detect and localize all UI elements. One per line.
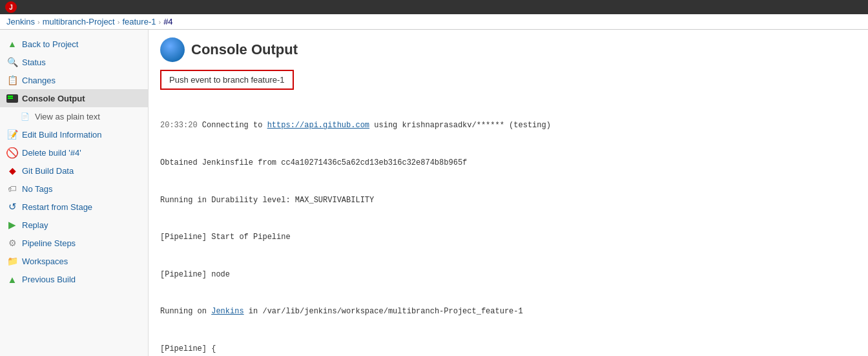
sidebar-label-replay: Replay bbox=[22, 220, 48, 230]
log-line-1: 20:33:20 Connecting to https://api.githu… bbox=[160, 120, 856, 132]
log-line-4: [Pipeline] Start of Pipeline bbox=[160, 231, 856, 244]
breadcrumb-multibranch[interactable]: multibranch-Project bbox=[43, 17, 115, 26]
topbar: J bbox=[0, 0, 868, 14]
sidebar-item-previous-build[interactable]: ▲ Previous Build bbox=[0, 270, 148, 288]
breadcrumb-sep-2: › bbox=[118, 18, 120, 26]
sidebar-label-previous: Previous Build bbox=[22, 275, 76, 284]
git-icon: ◆ bbox=[6, 165, 18, 176]
sidebar: ▲ Back to Project 🔍 Status 📋 Changes Con… bbox=[0, 30, 149, 356]
sidebar-item-edit-build[interactable]: 📝 Edit Build Information bbox=[0, 125, 148, 143]
log-line-7: [Pipeline] { bbox=[160, 343, 856, 355]
sidebar-label-delete: Delete build '#4' bbox=[22, 148, 81, 158]
sidebar-label-status: Status bbox=[22, 58, 46, 67]
sidebar-label-changes: Changes bbox=[22, 76, 56, 85]
delete-icon: 🚫 bbox=[6, 147, 18, 158]
sidebar-item-restart-from-stage[interactable]: ↺ Restart from Stage bbox=[0, 198, 148, 216]
pipeline-icon: ⚙ bbox=[6, 237, 18, 249]
api-github-link[interactable]: https://api.github.com bbox=[267, 121, 369, 130]
jenkins-link[interactable]: Jenkins bbox=[211, 307, 243, 316]
plaintext-icon: 📄 bbox=[19, 110, 31, 122]
sidebar-label-edit: Edit Build Information bbox=[22, 130, 102, 140]
console-title: Console Output bbox=[191, 41, 298, 58]
tag-icon: 🏷 bbox=[6, 183, 18, 194]
sidebar-label-back: Back to Project bbox=[22, 39, 78, 49]
sidebar-item-back-to-project[interactable]: ▲ Back to Project bbox=[0, 35, 148, 53]
search-icon: 🔍 bbox=[6, 56, 18, 68]
workspace-icon: 📁 bbox=[6, 255, 18, 267]
sidebar-item-view-plain[interactable]: 📄 View as plain text bbox=[0, 107, 148, 125]
sidebar-item-no-tags[interactable]: 🏷 No Tags bbox=[0, 180, 148, 198]
edit-icon: 📝 bbox=[6, 129, 18, 140]
sidebar-label-workspaces: Workspaces bbox=[22, 257, 68, 266]
sidebar-item-console-output[interactable]: Console Output bbox=[0, 89, 148, 107]
breadcrumb-sep-3: › bbox=[158, 18, 161, 26]
console-icon bbox=[6, 92, 18, 104]
breadcrumb-jenkins[interactable]: Jenkins bbox=[6, 17, 35, 26]
log-line-6: Running on Jenkins in /var/lib/jenkins/w… bbox=[160, 306, 856, 318]
restart-icon: ↺ bbox=[6, 201, 18, 213]
sidebar-item-replay[interactable]: ▶ Replay bbox=[0, 216, 148, 234]
log-line-3: Running in Durability level: MAX_SURVIVA… bbox=[160, 194, 856, 207]
console-log: 20:33:20 Connecting to https://api.githu… bbox=[160, 95, 856, 356]
prev-icon: ▲ bbox=[6, 273, 18, 285]
breadcrumb-build: #4 bbox=[163, 17, 172, 26]
breadcrumb-feature[interactable]: feature-1 bbox=[122, 17, 156, 26]
sidebar-label-tags: No Tags bbox=[22, 184, 52, 194]
jenkins-logo: J bbox=[5, 1, 17, 13]
sidebar-label-restart: Restart from Stage bbox=[22, 202, 92, 212]
sidebar-label-console: Console Output bbox=[22, 94, 85, 103]
sidebar-label-pipeline: Pipeline Steps bbox=[22, 238, 76, 248]
breadcrumb: Jenkins › multibranch-Project › feature-… bbox=[0, 14, 868, 30]
sidebar-item-git-build-data[interactable]: ◆ Git Build Data bbox=[0, 162, 148, 180]
push-event-box: Push event to branch feature-1 bbox=[160, 70, 294, 90]
sidebar-item-changes[interactable]: 📋 Changes bbox=[0, 71, 148, 89]
breadcrumb-sep-1: › bbox=[37, 18, 40, 26]
log-line-5: [Pipeline] node bbox=[160, 269, 856, 281]
sidebar-item-workspaces[interactable]: 📁 Workspaces bbox=[0, 252, 148, 270]
sidebar-item-status[interactable]: 🔍 Status bbox=[0, 53, 148, 71]
push-event-text: Push event to branch feature-1 bbox=[169, 75, 285, 85]
console-header-icon bbox=[160, 37, 185, 62]
sidebar-label-git: Git Build Data bbox=[22, 166, 74, 176]
log-line-2: Obtained Jenkinsfile from cc4a10271436c5… bbox=[160, 157, 856, 169]
replay-icon: ▶ bbox=[6, 219, 18, 231]
console-header: Console Output bbox=[160, 37, 856, 62]
main-content: Console Output Push event to branch feat… bbox=[149, 30, 868, 356]
arrow-up-icon: ▲ bbox=[6, 38, 18, 50]
changes-icon: 📋 bbox=[6, 74, 18, 86]
sidebar-item-delete-build[interactable]: 🚫 Delete build '#4' bbox=[0, 143, 148, 162]
sidebar-label-plain: View as plain text bbox=[35, 112, 100, 121]
sidebar-item-pipeline-steps[interactable]: ⚙ Pipeline Steps bbox=[0, 234, 148, 252]
